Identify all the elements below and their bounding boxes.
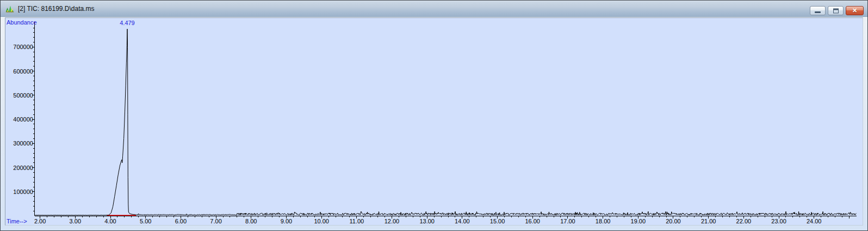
svg-text:400000: 400000 [13, 116, 33, 123]
svg-text:7.00: 7.00 [210, 218, 221, 224]
chromatogram-icon [5, 4, 14, 13]
svg-text:10.00: 10.00 [314, 218, 328, 224]
svg-text:16.00: 16.00 [525, 218, 540, 224]
svg-text:2.00: 2.00 [34, 218, 46, 224]
svg-text:12.00: 12.00 [385, 218, 399, 224]
svg-text:100000: 100000 [13, 189, 33, 195]
svg-text:4.479: 4.479 [120, 20, 134, 26]
minimize-button[interactable] [810, 6, 826, 15]
svg-text:600000: 600000 [13, 68, 33, 75]
svg-text:Time-->: Time--> [7, 218, 27, 224]
close-icon: ✕ [846, 7, 863, 15]
window-title: [2] TIC: 816199.D\data.ms [18, 5, 95, 13]
svg-text:8.00: 8.00 [245, 218, 257, 224]
svg-text:21.00: 21.00 [701, 218, 716, 224]
svg-text:24.00: 24.00 [807, 218, 821, 224]
svg-text:23.00: 23.00 [771, 218, 786, 224]
svg-text:5.00: 5.00 [140, 218, 151, 224]
svg-text:4.00: 4.00 [104, 218, 116, 224]
svg-text:22.00: 22.00 [736, 218, 751, 224]
svg-text:Abundance: Abundance [7, 19, 37, 26]
svg-text:18.00: 18.00 [596, 218, 610, 224]
svg-text:15.00: 15.00 [490, 218, 505, 224]
svg-text:13.00: 13.00 [419, 218, 434, 224]
svg-text:6.00: 6.00 [175, 218, 187, 224]
svg-text:300000: 300000 [13, 140, 33, 147]
svg-text:9.00: 9.00 [281, 218, 292, 224]
chromatogram-plot-area[interactable]: 2.003.004.005.006.007.008.009.0010.0011.… [5, 17, 863, 226]
svg-text:200000: 200000 [13, 165, 33, 171]
svg-text:20.00: 20.00 [666, 218, 680, 224]
window-controls: ✕ [810, 6, 864, 15]
chemstation-tic-window: [2] TIC: 816199.D\data.ms ✕ 2.003.004.00… [0, 0, 868, 231]
svg-text:19.00: 19.00 [631, 218, 646, 224]
minimize-icon [815, 11, 821, 13]
maximize-icon [833, 8, 839, 13]
close-button[interactable]: ✕ [846, 6, 864, 15]
svg-text:14.00: 14.00 [455, 218, 469, 224]
svg-text:700000: 700000 [13, 44, 33, 50]
svg-text:3.00: 3.00 [70, 218, 81, 224]
svg-text:500000: 500000 [13, 92, 33, 99]
svg-text:17.00: 17.00 [560, 218, 575, 224]
svg-text:11.00: 11.00 [349, 218, 364, 224]
tic-chromatogram-chart: 2.003.004.005.006.007.008.009.0010.0011.… [5, 18, 863, 225]
title-bar[interactable]: [2] TIC: 816199.D\data.ms ✕ [1, 1, 867, 17]
maximize-button[interactable] [828, 6, 844, 15]
